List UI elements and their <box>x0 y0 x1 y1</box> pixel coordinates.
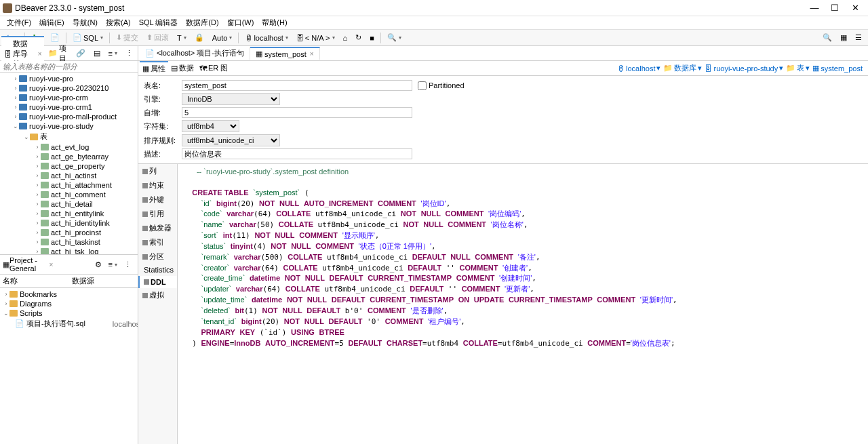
tree-table-item[interactable]: ›act_hi_detail <box>0 199 138 209</box>
input-autoincrement[interactable] <box>182 107 412 118</box>
section-tab-DDL[interactable]: DDL <box>138 276 177 288</box>
project-script-item[interactable]: 📄 项目-执行语句.sqllocalhost <box>0 318 138 329</box>
perspective-button[interactable]: ▦ <box>837 31 850 44</box>
lock-button[interactable]: 🔒 <box>191 31 208 44</box>
bc-table[interactable]: ▦system_post <box>812 64 863 73</box>
tree-db-item[interactable]: ›ruoyi-vue-pro-20230210 <box>0 83 138 93</box>
maximize-button[interactable]: ☐ <box>825 3 845 13</box>
section-tab-索引[interactable]: 索引 <box>138 235 177 249</box>
editor-tab-table[interactable]: ▦system_post× <box>250 47 320 60</box>
tree-table-item[interactable]: ›act_ge_property <box>0 161 138 171</box>
project-panel-close[interactable]: × <box>49 261 53 268</box>
database-select[interactable]: 🗄 < N/A >▾ <box>293 32 338 44</box>
commit-button[interactable]: ⬇提交 <box>113 31 142 45</box>
checkbox-partitioned[interactable] <box>418 81 427 90</box>
nav-search-input[interactable] <box>0 61 138 73</box>
label-charset: 字符集: <box>144 121 176 132</box>
tree-db-item[interactable]: ›ruoyi-vue-pro-crm <box>0 93 138 102</box>
sql-editor-button[interactable]: 📄SQL▾ <box>69 31 106 44</box>
nav-filter-button[interactable]: ▤ <box>90 47 104 60</box>
section-tab-Statistics[interactable]: Statistics <box>138 264 177 276</box>
label-collation: 排序规则: <box>144 136 176 146</box>
ddl-source-view[interactable]: -- `ruoyi-vue-pro-study`.system_post def… <box>178 164 868 444</box>
editor-tab-sql[interactable]: 📄<localhost> 项目-执行语句 <box>140 47 250 60</box>
select-engine[interactable]: InnoDB <box>182 93 280 105</box>
rollback-button[interactable]: ⬆回滚 <box>143 31 172 45</box>
subtab-er[interactable]: 🗺 ER 图 <box>197 62 231 75</box>
label-table-name: 表名: <box>144 81 176 91</box>
input-description[interactable] <box>182 148 412 159</box>
close-button[interactable]: ✕ <box>845 3 865 13</box>
connection-select[interactable]: 🛢 localhost▾ <box>241 32 291 44</box>
minimize-button[interactable]: — <box>804 3 825 13</box>
section-tab-列[interactable]: 列 <box>138 164 177 178</box>
menu-item[interactable]: 导航(N) <box>68 16 102 29</box>
proj-col-name[interactable]: 名称 <box>0 275 69 287</box>
bc-databases[interactable]: 📁数据库▾ <box>663 63 702 73</box>
select-collation[interactable]: utf8mb4_unicode_ci <box>182 134 280 146</box>
tree-table-item[interactable]: ›act_hi_comment <box>0 190 138 199</box>
search-global-button[interactable]: 🔍 <box>819 31 835 44</box>
subtab-properties[interactable]: ▦ 属性 <box>140 61 168 75</box>
tree-tables-folder[interactable]: ⌄表 <box>0 131 138 142</box>
bc-database[interactable]: 🗄ruoyi-vue-pro-study▾ <box>705 64 783 73</box>
nav-link-button[interactable]: 🔗 <box>73 47 89 60</box>
nav-menu-button[interactable]: ⋮ <box>122 47 136 60</box>
proj-col-datasource[interactable]: 数据源 <box>69 275 138 287</box>
tree-table-item[interactable]: ›act_hi_attachment <box>0 180 138 190</box>
auto-commit-select[interactable]: Auto▾ <box>209 32 236 44</box>
label-description: 描述: <box>144 149 176 159</box>
nav-collapse-button[interactable]: ≡▾ <box>105 47 121 60</box>
project-folder[interactable]: ⌄Scripts <box>0 308 138 318</box>
tx-mode-button[interactable]: T▾ <box>174 32 190 44</box>
input-table-name[interactable] <box>182 80 412 91</box>
tree-db-item[interactable]: ›ruoyi-vue-pro-crm1 <box>0 102 138 112</box>
tree-table-item[interactable]: ›act_ge_bytearray <box>0 152 138 161</box>
tree-db-item[interactable]: ›ruoyi-vue-pro-mall-product <box>0 112 138 121</box>
open-perspective-button[interactable]: ☰ <box>852 31 865 44</box>
section-tab-触发器[interactable]: 触发器 <box>138 221 177 235</box>
project-panel-icon: ▦ <box>3 260 9 269</box>
tree-table-item[interactable]: ›act_hi_actinst <box>0 171 138 180</box>
proj-menu-button[interactable]: ≡▾ <box>105 258 121 270</box>
project-folder[interactable]: ›Bookmarks <box>0 289 138 299</box>
tree-db-item[interactable]: ›ruoyi-vue-pro <box>0 74 138 83</box>
label-engine: 引擎: <box>144 94 176 104</box>
project-folder[interactable]: ›Diagrams <box>0 299 138 308</box>
tree-table-item[interactable]: ›act_hi_entitylink <box>0 209 138 218</box>
menu-item[interactable]: 编辑(E) <box>35 16 68 29</box>
bc-host[interactable]: 🛢localhost▾ <box>617 64 660 73</box>
db-tree[interactable]: ›ruoyi-vue-pro›ruoyi-vue-pro-20230210›ru… <box>0 73 138 254</box>
app-icon <box>3 3 12 13</box>
menu-item[interactable]: 数据库(D) <box>182 16 222 29</box>
table-section-tabs: 列约束外键引用触发器索引分区StatisticsDDL虚拟 <box>138 164 178 444</box>
menu-item[interactable]: 搜索(A) <box>102 16 135 29</box>
section-tab-引用[interactable]: 引用 <box>138 207 177 221</box>
section-tab-外键[interactable]: 外键 <box>138 193 177 207</box>
tree-db-item[interactable]: ⌄ruoyi-vue-pro-study <box>0 121 138 131</box>
menubar: 文件(F)编辑(E)导航(N)搜索(A)SQL 编辑器数据库(D)窗口(W)帮助… <box>0 16 868 30</box>
tree-table-item[interactable]: ›act_hi_taskinst <box>0 237 138 247</box>
menu-item[interactable]: 帮助(H) <box>258 16 291 29</box>
menu-item[interactable]: 文件(F) <box>3 16 35 29</box>
section-tab-分区[interactable]: 分区 <box>138 249 177 264</box>
proj-settings-button[interactable]: ⚙ <box>92 258 105 271</box>
search-button[interactable]: 🔍▾ <box>384 31 405 44</box>
menu-item[interactable]: SQL 编辑器 <box>135 16 182 29</box>
stop-button[interactable]: ■ <box>366 32 378 44</box>
breadcrumb: 🛢localhost▾ 📁数据库▾ 🗄ruoyi-vue-pro-study▾ … <box>617 63 867 73</box>
tree-table-item[interactable]: ›act_hi_procinst <box>0 228 138 237</box>
section-tab-约束[interactable]: 约束 <box>138 178 177 193</box>
tree-table-item[interactable]: ›act_evt_log <box>0 142 138 152</box>
section-tab-虚拟[interactable]: 虚拟 <box>138 288 177 302</box>
bc-tables[interactable]: 📁表▾ <box>786 63 810 73</box>
menu-item[interactable]: 窗口(W) <box>223 16 258 29</box>
home-button[interactable]: ⌂ <box>340 32 351 44</box>
tree-table-item[interactable]: ›act_hi_identitylink <box>0 218 138 228</box>
refresh-button[interactable]: ↻ <box>352 31 365 44</box>
select-charset[interactable]: utf8mb4 <box>182 120 239 132</box>
project-tree[interactable]: ›Bookmarks›Diagrams⌄Scripts📄 项目-执行语句.sql… <box>0 288 138 444</box>
subtab-data[interactable]: ▤ 数据 <box>168 62 197 75</box>
proj-more-button[interactable]: ⋮ <box>121 258 135 271</box>
tree-table-item[interactable]: ›act_hi_tsk_log <box>0 247 138 254</box>
